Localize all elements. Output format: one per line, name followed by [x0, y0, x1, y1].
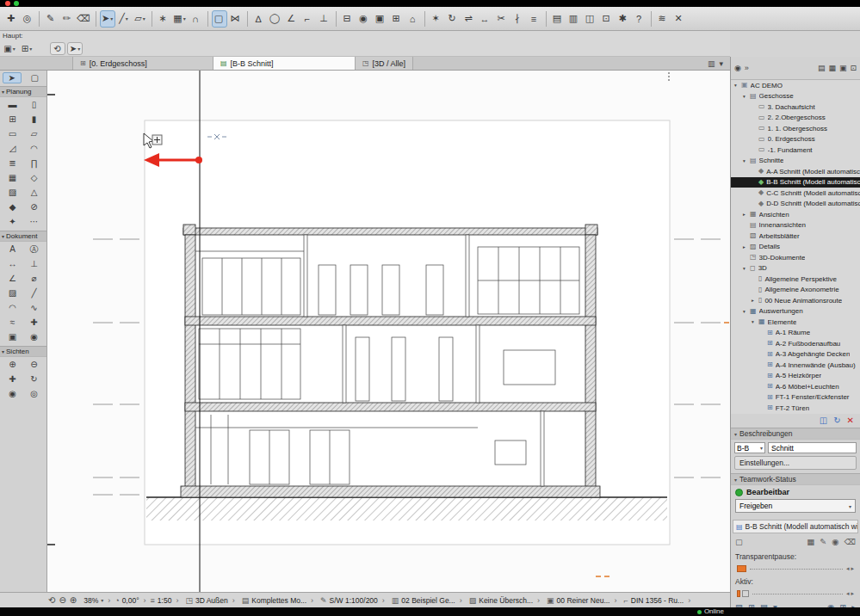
document-tool-button[interactable]: ▣: [3, 331, 22, 342]
zoom-control[interactable]: 38% ▾: [84, 596, 103, 605]
statusbar-context-item[interactable]: ✎ S/W 1:100/200: [306, 596, 378, 605]
panel-tool-icon[interactable]: ▦: [807, 537, 814, 546]
zoom-window-button[interactable]: [14, 1, 19, 6]
toolbar-icon[interactable]: ↔: [478, 10, 493, 28]
disclosure-arrow-icon[interactable]: ▾: [733, 83, 739, 88]
statusbar-context-item[interactable]: ▥ 02 Beispiel Ge...: [378, 596, 455, 605]
tree-item[interactable]: ◆ B-B Schnitt (Modell automatisch wi...: [731, 177, 860, 188]
toolbox-section-dokument[interactable]: Dokument: [0, 231, 46, 242]
document-tool-button[interactable]: ⌀: [25, 273, 44, 284]
toolbar-icon[interactable]: ∤: [510, 10, 526, 28]
navigator-nav-icon[interactable]: ◉: [734, 64, 741, 72]
scale-control[interactable]: ≡ 1:50: [151, 596, 172, 605]
view-tab[interactable]: ◳ [3D / Alle]: [355, 57, 413, 70]
toolbar-icon[interactable]: ≋: [655, 10, 671, 28]
tree-item[interactable]: ▤ Innenansichten: [731, 220, 860, 231]
toolbar-icon[interactable]: ⌂: [405, 10, 421, 28]
document-tool-button[interactable]: ▨: [3, 287, 22, 299]
disclosure-arrow-icon[interactable]: ▾: [741, 266, 747, 271]
secondary-toolbar-icon[interactable]: ⊞ ▾: [19, 42, 34, 55]
toolbar-icon[interactable]: ▤: [550, 10, 566, 28]
close-window-button[interactable]: [5, 1, 10, 6]
toolbar-icon[interactable]: ✏: [59, 10, 75, 28]
document-tool-button[interactable]: ⊥: [25, 258, 44, 269]
view-tool-button[interactable]: ◉: [3, 388, 22, 399]
panel-tool-icon[interactable]: ▢: [735, 537, 743, 546]
secondary-toolbar-icon[interactable]: ▣ ▾: [2, 42, 17, 55]
transparentpause-slider[interactable]: [737, 564, 854, 573]
tree-item[interactable]: ⊞ A-3 Abgehängte Decken: [731, 349, 860, 360]
toolbar-icon[interactable]: ∩: [189, 10, 204, 28]
design-tool-button[interactable]: ⊘: [25, 201, 44, 213]
design-tool-button[interactable]: ∏: [25, 157, 44, 169]
statusbar-context-item[interactable]: ⌐ DIN 1356 - Ru...: [609, 596, 684, 605]
statusbar-context-item[interactable]: ▨ Keine Übersch...: [455, 596, 533, 605]
design-tool-button[interactable]: ▨: [3, 187, 22, 198]
panel-tool-icon[interactable]: ✎: [820, 537, 826, 546]
toolbar-icon[interactable]: ⌐: [300, 10, 316, 28]
tree-item[interactable]: ⊞ FT-2 Türen: [731, 403, 860, 414]
navigator-action-icon[interactable]: ◫: [820, 416, 827, 425]
tree-item[interactable]: ▾ ▦ Auswertungen: [731, 306, 860, 317]
slider-thumb[interactable]: [742, 590, 749, 597]
toolbar-icon[interactable]: ▱ ▾: [133, 10, 148, 28]
aktiv-slider[interactable]: [737, 589, 854, 598]
navigator-action-icon[interactable]: ↻: [833, 416, 840, 425]
navigator-map-icon[interactable]: ⊡: [850, 64, 857, 72]
statusbar-nav-icon[interactable]: ⊖: [59, 595, 65, 605]
navigator-map-icon[interactable]: ▦: [828, 64, 836, 72]
tree-item[interactable]: ▭ 2. 2.Obergeschoss: [731, 113, 860, 124]
toolbar-icon[interactable]: ╱ ▾: [116, 10, 132, 28]
einstellungen-button[interactable]: Einstellungen...: [734, 456, 857, 470]
tree-item[interactable]: ▾ ◻ 3D: [731, 263, 860, 274]
toolbar-icon[interactable]: ⊟: [340, 10, 356, 28]
tree-item[interactable]: ◆ D-D Schnitt (Modell automatisch wie...: [731, 199, 860, 210]
tree-item[interactable]: ▭ 0. Erdgeschoss: [731, 134, 860, 145]
toolbar-icon[interactable]: ✱: [616, 10, 631, 28]
tree-item[interactable]: ⊞ A-2 Fußbodenaufbau: [731, 338, 860, 349]
view-tool-button[interactable]: ◎: [25, 388, 44, 399]
design-tool-button[interactable]: ▮: [25, 114, 44, 125]
design-tool-button[interactable]: △: [25, 187, 44, 198]
design-tool-button[interactable]: ≣: [3, 157, 22, 169]
document-tool-button[interactable]: ∠: [3, 273, 22, 284]
toolbar-icon[interactable]: [207, 11, 208, 27]
toolbar-icon[interactable]: ▢: [212, 10, 227, 28]
secondary-toolbar-icon[interactable]: ⟲: [50, 42, 65, 55]
statusbar-context-item[interactable]: ◳ 3D Außen: [171, 596, 227, 605]
navigator-nav-icon[interactable]: »: [745, 64, 749, 72]
tab-overflow-icon[interactable]: ▥: [708, 59, 715, 68]
tree-item[interactable]: ▯ Allgemeine Axonometrie: [731, 285, 860, 296]
document-tool-button[interactable]: A: [3, 243, 22, 255]
drawing-canvas[interactable]: [47, 71, 730, 592]
toolbar-icon[interactable]: ◎: [20, 10, 35, 28]
disclosure-arrow-icon[interactable]: ▸: [741, 212, 747, 217]
tree-item[interactable]: ▾ ▣ AC DEMO: [731, 80, 860, 91]
statusbar-context-item[interactable]: ▤ Komplettes Mo...: [228, 596, 306, 605]
disclosure-arrow-icon[interactable]: ▾: [741, 94, 747, 99]
design-tool-button[interactable]: ◇: [25, 172, 44, 183]
view-tool-button[interactable]: ⊕: [3, 359, 22, 370]
design-tool-button[interactable]: ◆: [3, 201, 22, 213]
secondary-toolbar-icon[interactable]: ➤ ▾: [67, 42, 83, 55]
section-id-select[interactable]: B-B: [734, 442, 765, 453]
design-tool-button[interactable]: ◿: [3, 143, 22, 154]
toolbar-icon[interactable]: [96, 11, 96, 27]
toolbar-icon[interactable]: ⊡: [599, 10, 615, 28]
tree-item[interactable]: ◆ C-C Schnitt (Modell automatisch wi...: [731, 188, 860, 199]
navigator-map-icon[interactable]: ▤: [818, 64, 826, 72]
toolbar-icon[interactable]: ∆: [251, 10, 267, 28]
disclosure-arrow-icon[interactable]: ▾: [741, 309, 747, 314]
tree-item[interactable]: ⊞ A-5 Heizkörper: [731, 371, 860, 382]
tree-item[interactable]: ▯ Allgemeine Perspektive: [731, 274, 860, 285]
toolbar-icon[interactable]: ◫: [583, 10, 598, 28]
toolbar-icon[interactable]: ◯: [268, 10, 283, 28]
tree-item[interactable]: ▭ 3. Dachaufsicht: [731, 102, 860, 113]
document-tool-button[interactable]: Ⓐ: [25, 243, 44, 255]
disclosure-arrow-icon[interactable]: ▾: [741, 158, 747, 163]
toolbar-icon[interactable]: ⇌: [461, 10, 477, 28]
design-tool-button[interactable]: ⋯: [25, 216, 44, 227]
document-tool-button[interactable]: ✚: [25, 317, 44, 328]
toolbar-icon[interactable]: ⊞: [389, 10, 405, 28]
toolbar-icon[interactable]: ▥: [566, 10, 582, 28]
